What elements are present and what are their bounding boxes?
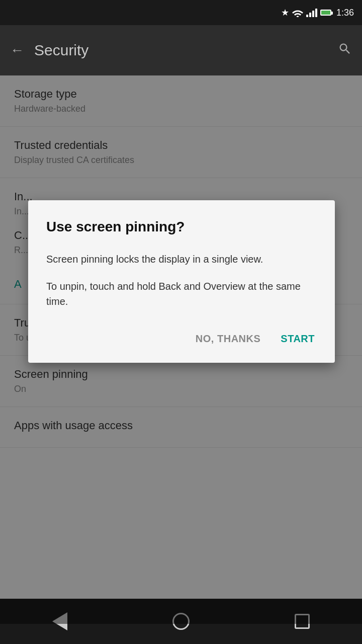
- status-bar: ★ 1:36: [0, 0, 362, 25]
- app-bar: ← Security: [0, 25, 362, 75]
- start-button[interactable]: START: [279, 329, 317, 349]
- dialog-body: Screen pinning locks the display in a si…: [46, 252, 317, 309]
- signal-icon: [306, 9, 317, 17]
- status-icons: ★ 1:36: [281, 7, 354, 18]
- status-time: 1:36: [336, 8, 354, 18]
- screen-pinning-dialog: Use screen pinning? Screen pinning locks…: [28, 200, 335, 363]
- star-icon: ★: [281, 7, 289, 18]
- search-button[interactable]: [338, 42, 352, 59]
- dialog-body-1: Screen pinning locks the display in a si…: [46, 252, 317, 267]
- dialog-title: Use screen pinning?: [46, 218, 317, 235]
- content-wrapper: Storage type Hardware-backed Trusted cre…: [0, 75, 362, 624]
- dialog-body-2: To unpin, touch and hold Back and Overvi…: [46, 279, 317, 309]
- back-button[interactable]: ←: [10, 42, 24, 58]
- battery-icon: [320, 10, 331, 16]
- page-title: Security: [34, 42, 338, 59]
- wifi-icon: [292, 8, 303, 17]
- dialog-buttons: NO, THANKS START: [46, 329, 317, 349]
- no-thanks-button[interactable]: NO, THANKS: [194, 329, 262, 349]
